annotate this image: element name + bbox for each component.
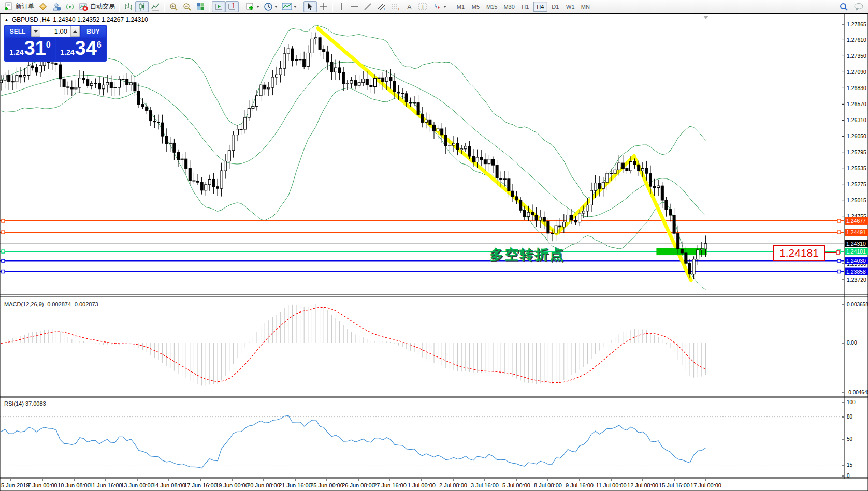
- market-watch-button[interactable]: [36, 1, 50, 12]
- vertical-line-tool[interactable]: [335, 1, 348, 12]
- line-handle[interactable]: [2, 231, 5, 234]
- price-badge: 1.24181: [846, 248, 866, 255]
- svg-text:A: A: [407, 3, 412, 11]
- time-label: 5 Jul 00:00: [502, 482, 530, 488]
- volume-value[interactable]: 1.00: [40, 26, 70, 37]
- new-order-icon: [4, 2, 13, 11]
- volume-decrease-button[interactable]: [31, 26, 40, 37]
- turning-point-text[interactable]: 多空转折点: [489, 247, 565, 262]
- toolbar-separator: [209, 2, 210, 12]
- collapse-triangle-icon[interactable]: ▲: [4, 17, 9, 22]
- zoom-in-button[interactable]: [167, 1, 180, 12]
- timeframe-m5[interactable]: M5: [469, 2, 483, 12]
- candlestick-chart-button[interactable]: [135, 1, 149, 12]
- down-arrow-icon: [34, 30, 38, 33]
- line-handle[interactable]: [837, 231, 841, 234]
- timeframe-m30[interactable]: M30: [501, 2, 517, 12]
- time-label: 15 Jul 16:00: [659, 482, 690, 488]
- trendline-tool[interactable]: [361, 1, 374, 12]
- time-label: 9 Jul 16:00: [566, 482, 594, 488]
- svg-text:1.26830: 1.26830: [847, 85, 866, 91]
- buy-price-tile[interactable]: 1.24 34 6: [56, 38, 106, 61]
- bar-chart-button[interactable]: [122, 1, 135, 12]
- svg-text:E: E: [384, 7, 386, 11]
- tile-windows-button[interactable]: [194, 1, 207, 12]
- time-label: 10 Jun 08:00: [57, 482, 91, 488]
- cursor-icon: [306, 2, 315, 11]
- person-icon: [52, 2, 61, 11]
- text-label-icon: T: [418, 2, 428, 11]
- chart-shift-button[interactable]: [225, 1, 239, 12]
- text-label-tool[interactable]: T: [416, 1, 430, 12]
- price-chart-canvas[interactable]: 多空转折点多空转折点1.241811.278651.276101.273501.…: [0, 13, 868, 491]
- sell-price-sup: 0: [46, 40, 51, 50]
- clock-icon: [264, 2, 273, 11]
- line-handle[interactable]: [837, 270, 841, 273]
- crosshair-icon: [319, 2, 328, 11]
- horizontal-line-tool[interactable]: [348, 1, 361, 12]
- sell-price-tile[interactable]: 1.24 31 0: [5, 38, 55, 61]
- dropdown-caret: [294, 6, 297, 8]
- candlestick-chart-icon: [137, 2, 147, 11]
- indicators-button[interactable]: [243, 1, 262, 12]
- cursor-tool-button[interactable]: [303, 1, 317, 12]
- rsi-indicator-label: RSI(14) 37.0083: [4, 400, 46, 407]
- timeframe-w1[interactable]: W1: [563, 2, 577, 12]
- signals-button[interactable]: [63, 1, 77, 12]
- svg-text:0: 0: [847, 473, 850, 479]
- line-handle[interactable]: [2, 259, 5, 262]
- timeframe-h4[interactable]: H4: [533, 2, 547, 12]
- chat-icon[interactable]: [853, 2, 864, 11]
- auto-trading-button[interactable]: 自动交易: [77, 1, 117, 12]
- periods-button[interactable]: [262, 1, 280, 12]
- auto-trading-icon: [79, 2, 88, 11]
- volume-increase-button[interactable]: [70, 26, 80, 37]
- line-handle[interactable]: [2, 270, 5, 273]
- line-handle[interactable]: [2, 250, 5, 253]
- svg-text:50: 50: [847, 436, 853, 442]
- toolbar-separator: [164, 2, 165, 12]
- line-handle[interactable]: [2, 219, 5, 222]
- auto-scroll-button[interactable]: [212, 1, 225, 12]
- search-icon[interactable]: [839, 2, 848, 11]
- svg-text:F: F: [398, 7, 400, 11]
- crosshair-tool-button[interactable]: [317, 1, 330, 12]
- toolbar-separator: [451, 2, 451, 12]
- community-button[interactable]: [50, 1, 63, 12]
- time-label: 3 Jul 16:00: [471, 482, 499, 488]
- svg-text:1.26050: 1.26050: [847, 133, 866, 139]
- svg-text:1.27350: 1.27350: [847, 53, 866, 59]
- time-label: 1 Jul 00:00: [408, 482, 436, 488]
- line-handle[interactable]: [837, 259, 841, 262]
- macd-indicator-label: MACD(12,26,9) -0.002874 -0.002873: [4, 301, 98, 307]
- time-label: 13 Jun 00:00: [121, 482, 154, 488]
- chart-window[interactable]: 多空转折点多空转折点1.241811.278651.276101.273501.…: [0, 13, 868, 491]
- timeframe-h1[interactable]: H1: [518, 2, 532, 12]
- new-order-button[interactable]: 新订单: [2, 1, 36, 12]
- timeframe-d1[interactable]: D1: [548, 2, 562, 12]
- time-label: 14 Jun 08:00: [152, 482, 185, 488]
- fibonacci-tool[interactable]: F: [389, 1, 403, 12]
- arrows-tool[interactable]: [430, 1, 449, 12]
- timeframe-m15[interactable]: M15: [484, 2, 500, 12]
- gold-nugget-icon: [38, 2, 48, 11]
- text-tool[interactable]: A: [403, 1, 416, 12]
- svg-text:1.25535: 1.25535: [847, 165, 866, 171]
- templates-button[interactable]: [280, 1, 299, 12]
- auto-scroll-icon: [214, 2, 223, 11]
- timeframe-mn[interactable]: MN: [578, 2, 592, 12]
- line-chart-button[interactable]: [149, 1, 162, 12]
- svg-text:1.25015: 1.25015: [847, 197, 866, 203]
- price-badge: 1.24491: [846, 229, 866, 235]
- auto-trading-label: 自动交易: [90, 2, 115, 11]
- buy-button[interactable]: BUY: [81, 26, 106, 37]
- line-handle[interactable]: [837, 219, 841, 222]
- equidistant-channel-tool[interactable]: E: [374, 1, 389, 12]
- toolbar-separator: [332, 2, 333, 12]
- svg-text:1.27610: 1.27610: [847, 37, 866, 43]
- sell-button[interactable]: SELL: [5, 26, 30, 37]
- channel-icon: E: [377, 2, 387, 11]
- timeframe-m1[interactable]: M1: [454, 2, 468, 12]
- zoom-out-button[interactable]: [180, 1, 194, 12]
- mt4-window: 新订单: [0, 0, 868, 491]
